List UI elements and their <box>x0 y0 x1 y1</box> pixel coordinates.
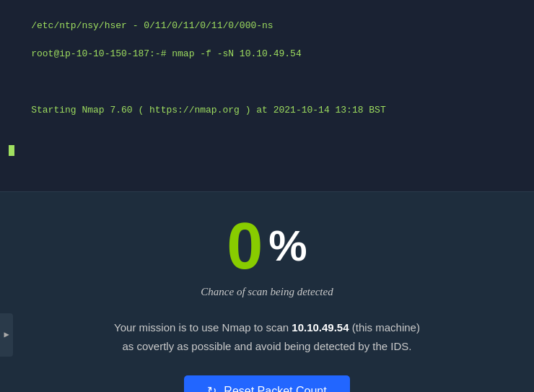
side-handle[interactable]: ▶ <box>0 313 13 357</box>
terminal-cursor <box>9 145 14 156</box>
reset-button-label: Reset Packet Count <box>224 385 326 393</box>
mission-line2: as covertly as possible and avoid being … <box>122 340 411 352</box>
mission-text-after: (this machine) <box>349 321 420 334</box>
terminal-line1: /etc/ntp/nsy/hser - 0/11/0/11/0/11/0/000… <box>31 20 273 31</box>
terminal-line2: root@ip-10-10-150-187:-# nmap -f -sN 10.… <box>31 48 301 59</box>
terminal-line4: Starting Nmap 7.60 ( https://nmap.org ) … <box>31 105 385 116</box>
side-handle-arrow-icon: ▶ <box>4 329 9 340</box>
percentage-display: 0 % <box>227 214 307 279</box>
detection-label: Chance of scan being detected <box>201 286 333 298</box>
terminal-output: /etc/ntp/nsy/hser - 0/11/0/11/0/11/0/000… <box>9 4 525 184</box>
main-panel: ▶ 0 % Chance of scan being detected Your… <box>0 192 534 392</box>
percentage-sign: % <box>268 225 307 268</box>
reset-packet-count-button[interactable]: ↻ Reset Packet Count <box>184 375 349 392</box>
mission-text: Your mission is to use Nmap to scan 10.1… <box>114 318 420 355</box>
mission-text-before: Your mission is to use Nmap to scan <box>114 321 292 334</box>
mission-ip: 10.10.49.54 <box>292 321 349 334</box>
percentage-number: 0 <box>227 214 263 279</box>
reset-icon: ↻ <box>207 384 216 392</box>
terminal-section: /etc/ntp/nsy/hser - 0/11/0/11/0/11/0/000… <box>0 0 534 192</box>
